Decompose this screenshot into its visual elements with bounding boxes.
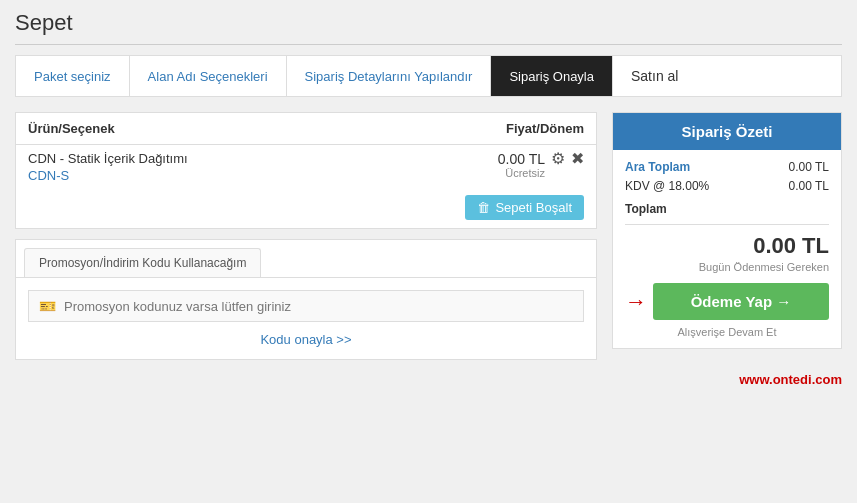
subtotal-row: Ara Toplam 0.00 TL — [625, 160, 829, 174]
payment-row: → Ödeme Yap → — [625, 283, 829, 320]
promo-confirm-button[interactable]: Kodu onayla >> — [260, 332, 351, 347]
clear-cart-label: Sepeti Boşalt — [495, 200, 572, 215]
today-label: Bugün Ödenmesi Gereken — [625, 261, 829, 273]
tax-label: KDV @ 18.00% — [625, 179, 709, 193]
order-summary-body: Ara Toplam 0.00 TL KDV @ 18.00% 0.00 TL … — [613, 150, 841, 348]
clear-cart-button[interactable]: 🗑 Sepeti Boşalt — [465, 195, 584, 220]
cart-item-price-info: 0.00 TL Ücretsiz — [498, 151, 545, 179]
cart-item-name: CDN - Statik İçerik Dağıtımı — [28, 151, 188, 166]
summary-divider — [625, 224, 829, 225]
page-title: Sepet — [15, 10, 842, 36]
promo-tab[interactable]: Promosyon/İndirim Kodu Kullanacağım — [24, 248, 261, 277]
cart-item-price-group: 0.00 TL Ücretsiz ⚙ ✖ — [498, 151, 584, 179]
main-layout: Ürün/Seçenek Fiyat/Dönem CDN - Statik İç… — [15, 112, 842, 360]
remove-icon[interactable]: ✖ — [571, 151, 584, 167]
step-alan[interactable]: Alan Adı Seçenekleri — [130, 56, 287, 96]
cart-item-price: 0.00 TL — [498, 151, 545, 167]
tax-value: 0.00 TL — [789, 179, 829, 193]
steps-nav: Paket seçiniz Alan Adı Seçenekleri Sipar… — [15, 55, 842, 97]
subtotal-label: Ara Toplam — [625, 160, 690, 174]
order-summary-box: Sipariş Özeti Ara Toplam 0.00 TL KDV @ 1… — [612, 112, 842, 349]
cart-item-option: CDN-S — [28, 168, 188, 183]
continue-shopping-link[interactable]: Alışverişe Devam Et — [625, 326, 829, 338]
trash-icon: 🗑 — [477, 200, 490, 215]
config-icon[interactable]: ⚙ — [551, 151, 565, 167]
order-summary-title: Sipariş Özeti — [613, 113, 841, 150]
promo-section: Promosyon/İndirim Kodu Kullanacağım 🎫 Ko… — [15, 239, 597, 360]
col-product: Ürün/Seçenek — [28, 121, 115, 136]
step-siparis-detay[interactable]: Sipariş Detaylarını Yapılandır — [287, 56, 492, 96]
ticket-icon: 🎫 — [39, 298, 56, 314]
title-divider — [15, 44, 842, 45]
step-paket[interactable]: Paket seçiniz — [16, 56, 130, 96]
summary-section: Sipariş Özeti Ara Toplam 0.00 TL KDV @ 1… — [612, 112, 842, 349]
arrow-icon: → — [625, 289, 647, 315]
clear-cart-row: 🗑 Sepeti Boşalt — [16, 189, 596, 228]
payment-button[interactable]: Ödeme Yap → — [653, 283, 829, 320]
subtotal-value: 0.00 TL — [789, 160, 829, 174]
step-satin-al[interactable]: Satın al — [613, 56, 696, 96]
big-total: 0.00 TL — [625, 233, 829, 259]
total-label: Toplam — [625, 202, 667, 216]
promo-input-wrapper: 🎫 — [28, 290, 584, 322]
cart-item-price-label: Ücretsiz — [498, 167, 545, 179]
footer-brand: www.ontedi.com — [15, 372, 842, 387]
step-siparis-onayla[interactable]: Sipariş Onayla — [491, 56, 613, 96]
cart-table-header: Ürün/Seçenek Fiyat/Dönem — [16, 113, 596, 145]
cart-item-info: CDN - Statik İçerik Dağıtımı CDN-S — [28, 151, 188, 183]
total-row: Toplam — [625, 198, 829, 216]
tax-row: KDV @ 18.00% 0.00 TL — [625, 179, 829, 193]
promo-body: 🎫 Kodu onayla >> — [16, 277, 596, 359]
cart-item-row: CDN - Statik İçerik Dağıtımı CDN-S 0.00 … — [16, 145, 596, 189]
cart-table: Ürün/Seçenek Fiyat/Dönem CDN - Statik İç… — [15, 112, 597, 229]
col-price: Fiyat/Dönem — [506, 121, 584, 136]
promo-confirm: Kodu onayla >> — [28, 332, 584, 347]
promo-input[interactable] — [64, 299, 573, 314]
cart-section: Ürün/Seçenek Fiyat/Dönem CDN - Statik İç… — [15, 112, 597, 360]
